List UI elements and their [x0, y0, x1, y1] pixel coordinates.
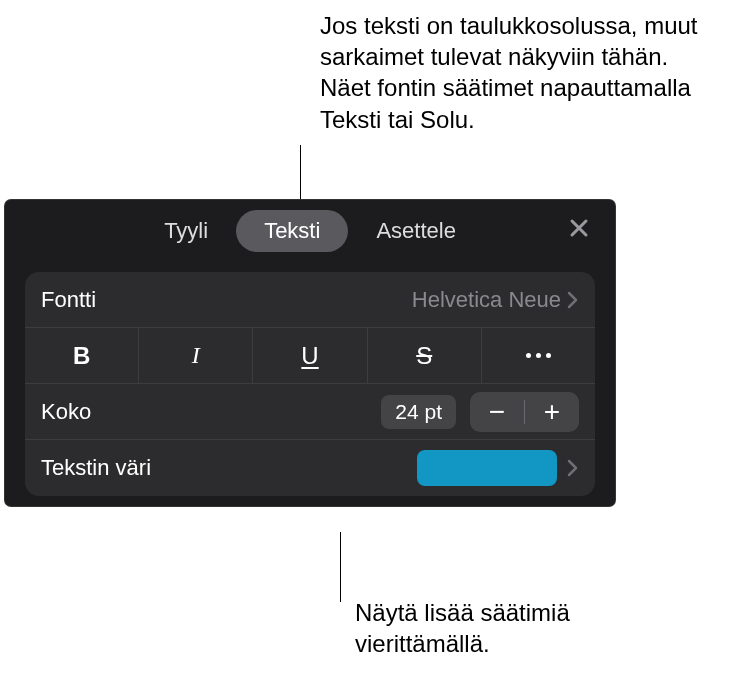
strike-glyph: S — [416, 342, 432, 370]
callout-bottom-text: Näytä lisää säätimiä vierittämällä. — [355, 597, 675, 659]
text-color-label: Tekstin väri — [41, 455, 417, 481]
format-panel: Tyyli Teksti Asettele Fontti Helvetica N… — [5, 200, 615, 506]
size-value[interactable]: 24 pt — [381, 395, 456, 429]
size-label: Koko — [41, 399, 381, 425]
plus-icon: + — [544, 396, 560, 428]
close-button[interactable] — [563, 214, 595, 246]
tab-group: Tyyli Teksti Asettele — [19, 210, 601, 252]
callout-top-line — [300, 145, 301, 201]
size-increase-button[interactable]: + — [525, 392, 579, 432]
tab-text[interactable]: Teksti — [236, 210, 348, 252]
italic-button[interactable]: I — [139, 328, 253, 383]
tab-bar: Tyyli Teksti Asettele — [5, 200, 615, 266]
chevron-right-icon — [567, 290, 579, 310]
strikethrough-button[interactable]: S — [368, 328, 482, 383]
tab-style[interactable]: Tyyli — [136, 210, 236, 252]
size-decrease-button[interactable]: − — [470, 392, 524, 432]
font-row[interactable]: Fontti Helvetica Neue — [25, 272, 595, 328]
underline-glyph: U — [301, 342, 318, 370]
settings-card: Fontti Helvetica Neue B I U S — [25, 272, 595, 496]
font-label: Fontti — [41, 287, 412, 313]
font-value: Helvetica Neue — [412, 287, 561, 313]
callout-top-text: Jos teksti on taulukkosolussa, muut sark… — [320, 10, 720, 135]
close-icon — [567, 216, 591, 244]
chevron-right-icon — [567, 458, 579, 478]
more-icon — [526, 353, 551, 358]
tab-arrange[interactable]: Asettele — [348, 210, 484, 252]
minus-icon: − — [489, 396, 505, 428]
text-color-row[interactable]: Tekstin väri — [25, 440, 595, 496]
format-row: B I U S — [25, 328, 595, 384]
callout-bottom-line — [340, 532, 341, 602]
bold-button[interactable]: B — [25, 328, 139, 383]
size-row: Koko 24 pt − + — [25, 384, 595, 440]
underline-button[interactable]: U — [253, 328, 367, 383]
size-stepper: − + — [470, 392, 579, 432]
more-options-button[interactable] — [482, 328, 595, 383]
color-swatch[interactable] — [417, 450, 557, 486]
